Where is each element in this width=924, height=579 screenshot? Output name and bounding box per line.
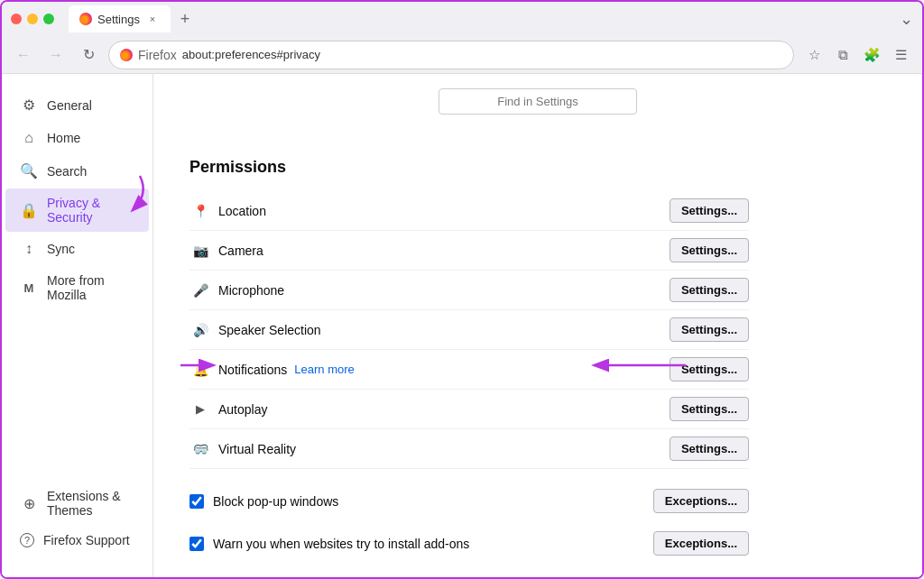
microphone-icon: 🎤 bbox=[189, 280, 211, 301]
notifications-icon: 🔔 bbox=[189, 359, 211, 381]
refresh-button[interactable]: ↻ bbox=[76, 42, 101, 68]
speaker-settings-button[interactable]: Settings... bbox=[670, 317, 749, 342]
sidebar-label-mozilla: More from Mozilla bbox=[47, 273, 134, 302]
popup-exceptions-button[interactable]: Exceptions... bbox=[653, 489, 749, 513]
permission-label-location: Location bbox=[218, 204, 670, 218]
extensions-themes-icon: ⊕ bbox=[20, 495, 38, 512]
address-bar[interactable]: Firefox about:preferences#privacy bbox=[108, 41, 794, 69]
permissions-section: Permissions 📍 Location Settings... 📷 Cam… bbox=[189, 158, 749, 565]
toolbar-icons: ☆ ⧉ 🧩 ☰ bbox=[801, 42, 913, 68]
sidebar-label-general: General bbox=[47, 98, 92, 113]
minimize-button[interactable] bbox=[27, 14, 38, 24]
active-tab[interactable]: Settings × bbox=[69, 5, 171, 32]
tab-favicon bbox=[79, 13, 92, 25]
permission-row-camera: 📷 Camera Settings... bbox=[189, 231, 749, 271]
sidebar-item-privacy[interactable]: 🔒 Privacy & Security bbox=[5, 188, 149, 232]
search-icon: 🔍 bbox=[20, 162, 38, 179]
sidebar-label-extensions: Extensions & Themes bbox=[47, 489, 134, 518]
forward-button[interactable]: → bbox=[43, 42, 69, 68]
speaker-icon: 🔊 bbox=[189, 319, 211, 341]
popup-label: Block pop-up windows bbox=[213, 494, 644, 509]
title-bar: Settings × + ⌄ bbox=[2, 2, 922, 36]
addons-checkbox[interactable] bbox=[189, 537, 204, 551]
sidebar-label-sync: Sync bbox=[47, 242, 75, 256]
permission-row-autoplay: ▶ Autoplay Settings... bbox=[189, 390, 749, 429]
permission-row-speaker: 🔊 Speaker Selection Settings... bbox=[189, 310, 749, 350]
checkbox-section: Block pop-up windows Exceptions... Warn … bbox=[189, 480, 749, 565]
tab-title: Settings bbox=[97, 13, 140, 26]
notifications-settings-button[interactable]: Settings... bbox=[670, 357, 749, 381]
search-container bbox=[153, 74, 922, 133]
home-icon: ⌂ bbox=[20, 130, 38, 146]
sidebar-item-home[interactable]: ⌂ Home bbox=[5, 123, 149, 153]
pocket-button[interactable]: ⧉ bbox=[830, 42, 855, 68]
permission-label-microphone: Microphone bbox=[218, 283, 670, 298]
permission-row-microphone: 🎤 Microphone Settings... bbox=[189, 271, 749, 310]
sidebar-label-search: Search bbox=[47, 164, 87, 179]
sidebar-label-support: Firefox Support bbox=[43, 533, 130, 547]
tab-close-button[interactable]: × bbox=[145, 12, 160, 26]
permissions-title: Permissions bbox=[189, 158, 749, 177]
vr-icon: 🥽 bbox=[189, 438, 211, 460]
close-button[interactable] bbox=[11, 14, 22, 24]
tab-bar: Settings × + bbox=[69, 5, 892, 32]
sidebar-item-general[interactable]: ⚙ General bbox=[5, 89, 149, 121]
addons-exceptions-button[interactable]: Exceptions... bbox=[653, 531, 749, 556]
permission-row-notifications: 🔔 Notifications Learn more Settings... bbox=[189, 350, 749, 390]
camera-settings-button[interactable]: Settings... bbox=[670, 238, 749, 262]
sidebar-item-mozilla[interactable]: M More from Mozilla bbox=[5, 266, 149, 309]
content-area: ⚙ General ⌂ Home 🔍 Search 🔒 Privacy & Se… bbox=[2, 74, 922, 577]
extensions-button[interactable]: 🧩 bbox=[859, 42, 884, 68]
maximize-button[interactable] bbox=[43, 14, 54, 24]
support-icon: ? bbox=[20, 533, 34, 547]
vr-settings-button[interactable]: Settings... bbox=[670, 437, 749, 461]
browser-frame: Settings × + ⌄ ← → ↻ Firefox about:prefe… bbox=[0, 0, 924, 579]
permission-label-camera: Camera bbox=[218, 244, 670, 258]
lock-icon: 🔒 bbox=[20, 202, 38, 219]
permission-row-location: 📍 Location Settings... bbox=[189, 191, 749, 231]
permission-label-vr: Virtual Reality bbox=[218, 442, 670, 456]
sidebar-item-search[interactable]: 🔍 Search bbox=[5, 155, 149, 187]
sync-icon: ↕ bbox=[20, 241, 38, 257]
location-icon: 📍 bbox=[189, 200, 211, 222]
address-url: about:preferences#privacy bbox=[182, 48, 782, 61]
sidebar-item-support[interactable]: ? Firefox Support bbox=[5, 526, 149, 555]
traffic-lights bbox=[11, 14, 54, 24]
page-content: Permissions 📍 Location Settings... 📷 Cam… bbox=[153, 74, 922, 577]
addons-label: Warn you when websites try to install ad… bbox=[213, 537, 644, 551]
permission-label-notifications: Notifications Learn more bbox=[218, 363, 670, 377]
sidebar-bottom: ⊕ Extensions & Themes ? Firefox Support bbox=[2, 481, 152, 563]
camera-icon: 📷 bbox=[189, 240, 211, 262]
autoplay-icon: ▶ bbox=[189, 399, 211, 420]
location-settings-button[interactable]: Settings... bbox=[670, 198, 749, 223]
sidebar-label-home: Home bbox=[47, 131, 80, 145]
permission-label-autoplay: Autoplay bbox=[218, 402, 670, 417]
mozilla-icon: M bbox=[20, 281, 38, 295]
sidebar-item-sync[interactable]: ↕ Sync bbox=[5, 234, 149, 264]
microphone-settings-button[interactable]: Settings... bbox=[670, 278, 749, 302]
menu-button[interactable]: ☰ bbox=[888, 42, 913, 68]
address-favicon bbox=[120, 49, 133, 61]
notifications-learn-more-link[interactable]: Learn more bbox=[294, 363, 354, 376]
sidebar-label-privacy: Privacy & Security bbox=[47, 196, 134, 225]
autoplay-settings-button[interactable]: Settings... bbox=[670, 397, 749, 421]
page-inner: Permissions 📍 Location Settings... 📷 Cam… bbox=[153, 133, 785, 577]
new-tab-button[interactable]: + bbox=[174, 8, 196, 30]
checkbox-row-popup: Block pop-up windows Exceptions... bbox=[189, 480, 749, 522]
gear-icon: ⚙ bbox=[20, 96, 38, 114]
sidebar-top: ⚙ General ⌂ Home 🔍 Search 🔒 Privacy & Se… bbox=[2, 88, 152, 310]
back-button[interactable]: ← bbox=[11, 42, 36, 68]
address-protocol: Firefox bbox=[138, 48, 177, 62]
bookmark-button[interactable]: ☆ bbox=[801, 42, 827, 68]
permission-label-speaker: Speaker Selection bbox=[218, 323, 670, 337]
window-list-button[interactable]: ⌄ bbox=[900, 9, 913, 29]
nav-bar: ← → ↻ Firefox about:preferences#privacy … bbox=[2, 36, 922, 74]
popup-checkbox[interactable] bbox=[189, 494, 204, 509]
search-input[interactable] bbox=[439, 88, 637, 115]
sidebar-item-extensions[interactable]: ⊕ Extensions & Themes bbox=[5, 482, 149, 525]
permission-row-vr: 🥽 Virtual Reality Settings... bbox=[189, 429, 749, 469]
sidebar: ⚙ General ⌂ Home 🔍 Search 🔒 Privacy & Se… bbox=[2, 74, 153, 577]
checkbox-row-addons: Warn you when websites try to install ad… bbox=[189, 522, 749, 565]
